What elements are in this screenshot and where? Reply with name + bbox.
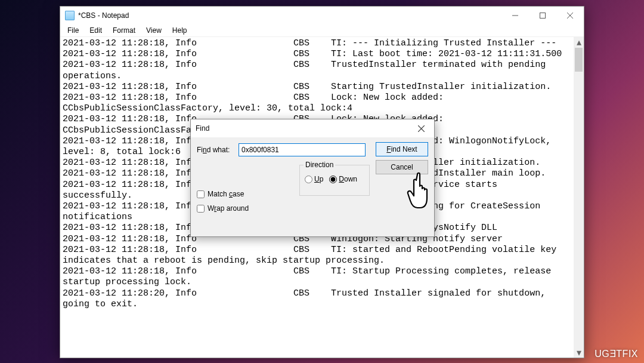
titlebar[interactable]: *CBS - Notepad [60,7,584,24]
wrap-around-checkbox[interactable]: Wrap around [197,204,249,213]
direction-group: Direction Up Down [299,165,370,196]
menubar: File Edit Format View Help [60,24,584,36]
scroll-thumb[interactable] [575,48,583,72]
close-button[interactable] [556,7,584,24]
vertical-scrollbar[interactable]: ▴ ▾ [574,37,584,358]
direction-up-radio[interactable]: Up [305,175,323,183]
find-next-button[interactable]: Find Next [376,142,428,156]
maximize-button[interactable] [529,7,556,24]
find-close-button[interactable] [408,119,434,137]
scroll-down-arrow-icon[interactable]: ▾ [574,347,584,358]
scroll-up-arrow-icon[interactable]: ▴ [574,37,584,47]
watermark: UGETFIX [595,349,638,359]
window-title: *CBS - Notepad [78,11,129,20]
menu-file[interactable]: File [63,26,83,35]
find-dialog: Find Find what: Find Next Cancel Directi… [190,119,435,237]
direction-label: Direction [304,161,335,169]
cancel-button[interactable]: Cancel [376,160,428,174]
menu-edit[interactable]: Edit [85,26,107,35]
find-what-input[interactable] [239,143,366,156]
match-case-checkbox[interactable]: Match case [197,190,249,198]
menu-help[interactable]: Help [168,26,192,35]
minimize-button[interactable] [501,7,529,24]
notepad-icon [65,11,75,20]
menu-view[interactable]: View [141,26,166,35]
direction-down-radio[interactable]: Down [329,175,357,183]
find-titlebar[interactable]: Find [191,119,434,137]
svg-rect-0 [540,13,546,19]
menu-format[interactable]: Format [108,26,140,35]
find-what-label: Find what: [197,146,234,154]
find-title-text: Find [196,124,209,133]
